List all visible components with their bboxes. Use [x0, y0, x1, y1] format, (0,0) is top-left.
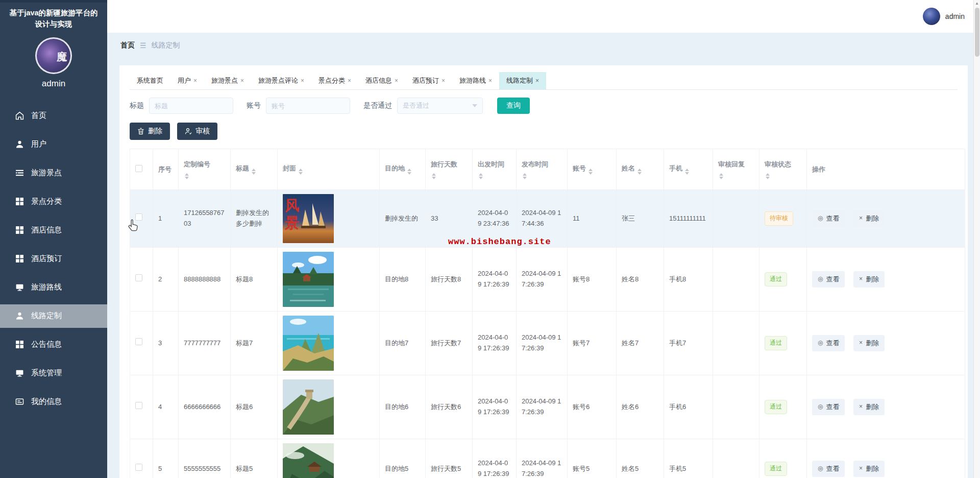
cell-depart-time: 2024-04-09 17:26:39 [473, 312, 517, 375]
cell-audit-status: 通过 [760, 312, 807, 375]
cell-cover [278, 248, 380, 312]
col-publish-time[interactable]: 发布时间 [517, 149, 568, 190]
tab-spot-categories[interactable]: 景点分类 × [311, 72, 358, 89]
tab-label: 旅游路线 [459, 76, 486, 85]
tab-scenic-spots[interactable]: 旅游景点 × [204, 72, 251, 89]
cell-index: 2 [153, 248, 179, 312]
sort-icon[interactable] [719, 173, 723, 179]
account-filter-input[interactable] [266, 98, 350, 114]
col-name[interactable]: 姓名 [617, 149, 664, 190]
sort-icon[interactable] [252, 169, 256, 175]
close-icon[interactable]: × [535, 77, 539, 84]
monitor-icon [15, 369, 24, 377]
vertical-scrollbar[interactable]: ▲ [973, 0, 980, 478]
sidebar-item-travel-routes[interactable]: 旅游路线 [0, 276, 107, 299]
row-checkbox[interactable] [135, 402, 142, 409]
breadcrumb-current: 线路定制 [152, 41, 180, 50]
view-button[interactable]: ◎查看 [812, 335, 845, 352]
topbar-user-menu[interactable]: admin [923, 8, 965, 25]
row-delete-button[interactable]: ×删除 [853, 461, 885, 477]
sidebar-item-spot-categories[interactable]: 景点分类 [0, 190, 107, 213]
sort-icon[interactable] [523, 173, 527, 179]
close-icon[interactable]: × [488, 77, 492, 84]
cell-select [130, 439, 153, 478]
col-phone[interactable]: 手机 [664, 149, 713, 190]
tab-hotel-booking[interactable]: 酒店预订 × [405, 72, 452, 89]
sidebar-item-route-customization[interactable]: 线路定制 [0, 304, 107, 328]
close-icon[interactable]: × [240, 77, 244, 84]
row-delete-button[interactable]: ×删除 [853, 210, 885, 227]
sidebar-item-hotel-info[interactable]: 酒店信息 [0, 219, 107, 242]
title-filter-input[interactable] [149, 98, 233, 114]
col-depart-time[interactable]: 出发时间 [473, 149, 517, 190]
cell-depart-time: 2024-04-09 17:26:39 [473, 439, 517, 478]
cell-title: 标题7 [231, 312, 278, 375]
tab-users[interactable]: 用户 × [170, 72, 204, 89]
sidebar-item-system-management[interactable]: 系统管理 [0, 362, 107, 385]
close-icon[interactable]: × [348, 77, 351, 84]
sidebar-item-my-info[interactable]: 我的信息 [0, 390, 107, 414]
view-button[interactable]: ◎查看 [812, 399, 845, 416]
person-check-icon [185, 128, 192, 135]
cell-select [130, 312, 153, 375]
select-placeholder: 是否通过 [403, 101, 429, 110]
col-destination[interactable]: 目的地 [380, 149, 426, 190]
table-row: 4 6666666666 标题6 [130, 375, 965, 439]
row-delete-button[interactable]: ×删除 [853, 399, 885, 416]
topbar-avatar [923, 8, 940, 25]
sort-icon[interactable] [479, 173, 483, 179]
col-title[interactable]: 标题 [231, 149, 278, 190]
col-audit-reply[interactable]: 审核回复 [713, 149, 760, 190]
row-checkbox[interactable] [135, 464, 142, 471]
col-code[interactable]: 定制编号 [179, 149, 231, 190]
pass-filter-select[interactable]: 是否通过 [397, 98, 483, 114]
search-button[interactable]: 查询 [497, 98, 530, 114]
close-icon[interactable]: × [395, 77, 398, 84]
row-delete-button[interactable]: ×删除 [853, 271, 885, 288]
row-checkbox[interactable] [135, 338, 142, 345]
sort-icon[interactable] [185, 173, 189, 179]
sort-icon[interactable] [589, 169, 593, 175]
sidebar-item-users[interactable]: 用户 [0, 133, 107, 156]
sort-icon[interactable] [432, 173, 436, 179]
col-cover[interactable]: 封面 [278, 149, 380, 190]
row-delete-button[interactable]: ×删除 [853, 335, 885, 352]
col-account[interactable]: 账号 [568, 149, 617, 190]
cell-audit-status: 通过 [760, 375, 807, 439]
sort-icon[interactable] [685, 169, 689, 175]
breadcrumb-home-link[interactable]: 首页 [120, 41, 135, 50]
sidebar-item-home[interactable]: 首页 [0, 104, 107, 128]
tab-hotel-info[interactable]: 酒店信息 × [358, 72, 405, 89]
close-icon[interactable]: × [442, 77, 445, 84]
tab-system-home[interactable]: 系统首页 [130, 72, 170, 89]
table-header-row: 序号 定制编号 标题 封面 目的地 旅行天数 出发时间 发布时间 账号 姓名 手… [130, 149, 965, 190]
row-checkbox[interactable] [135, 274, 142, 281]
view-button[interactable]: ◎查看 [812, 210, 845, 227]
close-icon[interactable]: × [301, 77, 304, 84]
sidebar-item-announcements[interactable]: 公告信息 [0, 333, 107, 356]
col-audit-status[interactable]: 审核状态 [760, 149, 807, 190]
audit-button[interactable]: 审核 [177, 123, 217, 140]
tab-route-customization[interactable]: 线路定制 × [499, 72, 546, 89]
tab-travel-routes[interactable]: 旅游路线 × [452, 72, 499, 89]
tab-spot-comments[interactable]: 旅游景点评论 × [251, 72, 311, 89]
sort-icon[interactable] [407, 169, 411, 175]
sidebar-item-scenic-spots[interactable]: 旅游景点 [0, 161, 107, 185]
tab-label: 旅游景点评论 [258, 76, 298, 85]
scroll-up-icon[interactable]: ▲ [974, 0, 980, 7]
cell-destination: 目的地7 [380, 312, 426, 375]
cell-name: 张三 [617, 190, 664, 248]
scrollbar-thumb[interactable] [975, 8, 979, 57]
delete-button[interactable]: 删除 [130, 123, 170, 140]
view-button[interactable]: ◎查看 [812, 271, 845, 288]
sort-icon[interactable] [299, 169, 303, 175]
view-button[interactable]: ◎查看 [812, 461, 845, 477]
cell-phone: 手机6 [664, 375, 713, 439]
sort-icon[interactable] [638, 169, 642, 175]
sidebar-item-hotel-booking[interactable]: 酒店预订 [0, 247, 107, 271]
cell-operations: ◎查看 ×删除 [807, 375, 965, 439]
sort-icon[interactable] [766, 173, 770, 179]
select-all-checkbox[interactable] [135, 165, 142, 172]
col-days[interactable]: 旅行天数 [426, 149, 473, 190]
close-icon[interactable]: × [193, 77, 197, 84]
